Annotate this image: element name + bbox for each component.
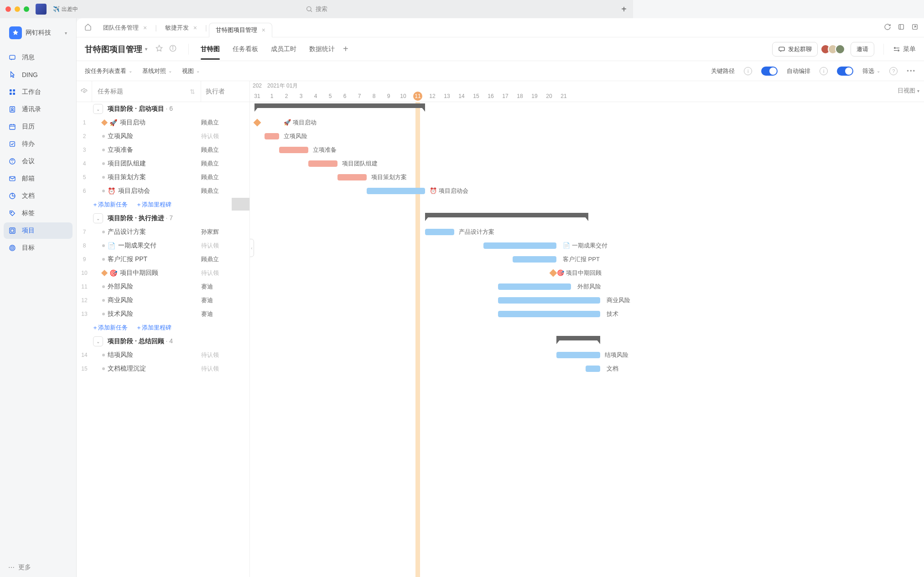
sidebar-item-docs[interactable]: 文档 xyxy=(4,188,73,204)
sidebar-item-todo[interactable]: 待办 xyxy=(4,136,73,152)
timeline-day[interactable]: 7 xyxy=(352,90,367,102)
add-milestone-button[interactable]: ＋添加里程碑 xyxy=(136,324,171,332)
create-new-button[interactable]: + xyxy=(621,4,627,15)
milestone-marker[interactable] xyxy=(550,269,557,277)
timeline-day[interactable]: 13 xyxy=(440,90,454,102)
page-tab[interactable]: 甘特图项目管理× xyxy=(209,23,272,37)
task-title-cell[interactable]: ⏰项目启动会 xyxy=(92,187,201,195)
global-search[interactable]: 搜索 xyxy=(306,5,327,13)
task-bar[interactable] xyxy=(498,311,600,317)
task-row[interactable]: 8 📄一期成果交付待认领 xyxy=(77,239,249,252)
close-icon[interactable]: × xyxy=(262,26,265,34)
task-row[interactable]: 1 🚀项目启动顾鼎立 xyxy=(77,116,249,129)
view-tab[interactable]: 任务看板 xyxy=(233,39,258,60)
executor-cell[interactable]: 顾鼎立 xyxy=(201,173,249,181)
task-bar[interactable] xyxy=(586,366,600,372)
timeline-day[interactable]: 9 xyxy=(381,90,396,102)
phase-name[interactable]: 项目阶段 · 执行推进 · 7 xyxy=(106,214,173,222)
sidebar-item-contacts[interactable]: 通讯录 xyxy=(4,101,73,118)
page-tab[interactable]: 敏捷开发× xyxy=(159,21,203,35)
sidebar-item-meeting[interactable]: 会议 xyxy=(4,153,73,170)
timeline-day[interactable]: 16 xyxy=(483,90,498,102)
task-row[interactable]: 4项目团队组建顾鼎立 xyxy=(77,157,249,170)
task-bar[interactable] xyxy=(498,297,600,304)
executor-cell[interactable]: 待认领 xyxy=(201,365,249,373)
home-icon[interactable] xyxy=(82,23,94,32)
milestone-marker[interactable] xyxy=(253,119,261,127)
task-title-cell[interactable]: 📄一期成果交付 xyxy=(92,242,201,250)
sidebar-item-message[interactable]: 消息 xyxy=(4,49,73,66)
timeline-day[interactable]: 2 xyxy=(279,90,294,102)
task-bar[interactable] xyxy=(265,133,279,139)
timeline-day[interactable]: 6 xyxy=(337,90,352,102)
task-row[interactable]: 10 🎯项目中期回顾待认领 xyxy=(77,266,249,280)
task-title-cell[interactable]: 🎯项目中期回顾 xyxy=(92,269,201,277)
sidebar-item-calendar[interactable]: 日历 xyxy=(4,118,73,135)
view-tab[interactable]: 成员工时 xyxy=(271,39,296,60)
close-icon[interactable]: × xyxy=(193,24,197,31)
task-title-cell[interactable]: 外部风险 xyxy=(92,283,201,291)
sidebar-item-work[interactable]: 工作台 xyxy=(4,84,73,100)
star-icon[interactable] xyxy=(156,45,163,53)
sidebar-item-project[interactable]: 项目 xyxy=(4,222,73,239)
executor-cell[interactable]: 待认领 xyxy=(201,351,249,359)
timeline-day[interactable]: 15 xyxy=(469,90,483,102)
phase-name[interactable]: 项目阶段 · 总结回顾 · 4 xyxy=(106,337,173,345)
task-title-cell[interactable]: 技术风险 xyxy=(92,310,201,318)
timeline-day[interactable]: 19 xyxy=(527,90,542,102)
task-bar[interactable] xyxy=(425,229,454,235)
timeline-day[interactable]: 14 xyxy=(454,90,469,102)
task-bar[interactable] xyxy=(483,242,556,249)
task-title-cell[interactable]: 🚀项目启动 xyxy=(92,118,201,127)
task-row[interactable]: 12商业风险赛迪 xyxy=(77,294,249,307)
executor-cell[interactable]: 孙家辉 xyxy=(201,228,249,236)
task-row[interactable]: 14结项风险待认领 xyxy=(77,348,249,362)
executor-cell[interactable]: 赛迪 xyxy=(201,310,249,318)
timeline-pane[interactable]: 202 2021年 01月 31123456789101112131415161… xyxy=(250,81,633,396)
task-title-cell[interactable]: 项目策划方案 xyxy=(92,173,201,181)
task-title-cell[interactable]: 项目团队组建 xyxy=(92,160,201,168)
org-switcher[interactable]: 网钉科技 ▾ xyxy=(4,22,73,44)
task-bar[interactable] xyxy=(498,283,571,290)
timeline-day[interactable]: 10 xyxy=(396,90,410,102)
task-bar[interactable] xyxy=(279,147,308,153)
column-resize-handle[interactable] xyxy=(232,198,249,211)
timeline-day[interactable]: 3 xyxy=(294,90,308,102)
executor-cell[interactable]: 顾鼎立 xyxy=(201,255,249,263)
sidebar-item-goal[interactable]: 目标 xyxy=(4,240,73,256)
task-bar[interactable] xyxy=(367,188,425,194)
timeline-day[interactable]: 5 xyxy=(323,90,337,102)
task-row[interactable]: 11外部风险赛迪 xyxy=(77,280,249,294)
task-title-cell[interactable]: 客户汇报 PPT xyxy=(92,255,201,263)
task-title-cell[interactable]: 立项准备 xyxy=(92,146,201,154)
timeline-day[interactable]: 17 xyxy=(498,90,513,102)
sidebar-item-mail[interactable]: 邮箱 xyxy=(4,170,73,187)
gantt-chart[interactable]: ‹ 🚀 项目启动立项风险立项准备项目团队组建项目策划方案⏰ 项目启动会产品设计方… xyxy=(250,102,633,396)
view-tab[interactable]: 甘特图 xyxy=(201,39,220,60)
task-bar[interactable] xyxy=(513,256,556,263)
timeline-day[interactable]: 12 xyxy=(425,90,440,102)
page-tab[interactable]: 团队任务管理× xyxy=(97,21,153,35)
view-tab[interactable]: 数据统计 xyxy=(309,39,335,60)
timeline-day[interactable]: 20 xyxy=(542,90,556,102)
task-row[interactable]: 3立项准备顾鼎立 xyxy=(77,143,249,157)
task-row[interactable]: 13技术风险赛迪 xyxy=(77,307,249,321)
task-row[interactable]: 15文档梳理沉淀待认领 xyxy=(77,362,249,376)
column-executor[interactable]: 执行者 xyxy=(201,81,249,102)
task-title-cell[interactable]: 立项风险 xyxy=(92,132,201,140)
timeline-day[interactable]: 11 xyxy=(413,92,422,101)
zoom-window[interactable] xyxy=(24,6,29,12)
timeline-day[interactable]: 8 xyxy=(367,90,381,102)
user-avatar[interactable] xyxy=(36,4,47,15)
executor-cell[interactable]: 赛迪 xyxy=(201,283,249,291)
task-row[interactable]: 5项目策划方案顾鼎立 xyxy=(77,170,249,184)
executor-cell[interactable]: 赛迪 xyxy=(201,296,249,304)
info-icon[interactable] xyxy=(169,45,176,53)
add-milestone-button[interactable]: ＋添加里程碑 xyxy=(136,201,171,209)
task-bar[interactable] xyxy=(556,352,600,358)
close-window[interactable] xyxy=(5,6,11,12)
sidebar-item-ding[interactable]: DING xyxy=(4,67,73,83)
timeline-day[interactable]: 1 xyxy=(265,90,279,102)
executor-cell[interactable]: 顾鼎立 xyxy=(201,160,249,168)
executor-cell[interactable]: 待认领 xyxy=(201,132,249,140)
